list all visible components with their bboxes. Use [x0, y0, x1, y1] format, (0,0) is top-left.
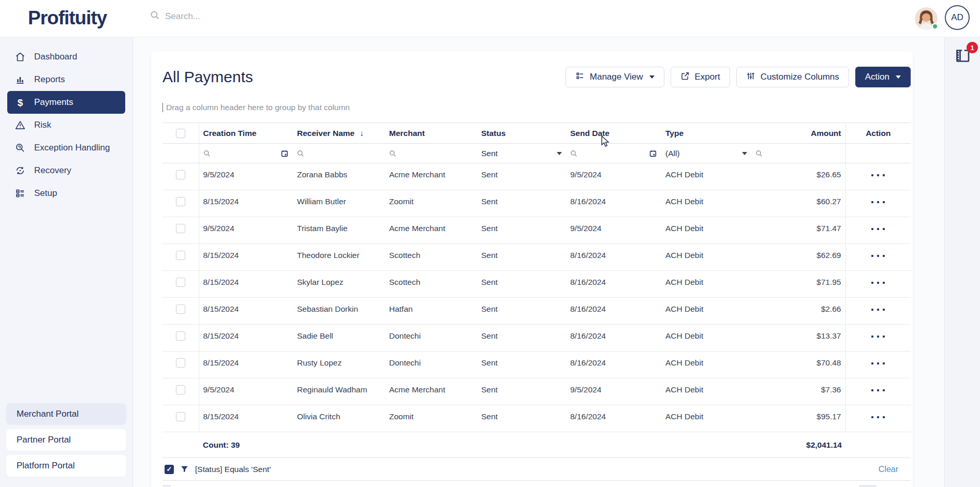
clear-filter-link[interactable]: Clear: [879, 465, 898, 474]
cell-amount: $71.95: [751, 271, 845, 298]
row-actions-menu-button[interactable]: [850, 385, 907, 391]
column-header-creation-time[interactable]: Creation Time: [199, 123, 293, 144]
cell-status: Sent: [477, 378, 566, 405]
filter-merchant[interactable]: [385, 144, 477, 163]
table-row[interactable]: 9/5/2024Reginauld WadhamAcme MerchantSen…: [162, 378, 911, 405]
row-checkbox[interactable]: [176, 358, 185, 368]
column-header-status[interactable]: Status: [477, 123, 566, 144]
row-checkbox[interactable]: [176, 305, 185, 314]
chevron-down-icon[interactable]: [557, 152, 562, 155]
filter-enabled-checkbox[interactable]: ✓: [165, 465, 174, 474]
table-row[interactable]: 8/15/2024Sebastian DorkinHatfanSent8/16/…: [162, 298, 911, 325]
row-select-cell: [162, 190, 199, 217]
row-checkbox[interactable]: [176, 170, 185, 179]
cell-amount: $95.17: [751, 405, 845, 432]
filter-creation-time[interactable]: [199, 144, 293, 163]
filter-receiver-name[interactable]: [293, 144, 385, 163]
table-row[interactable]: 8/15/2024Rusty LopezDontechiSent8/16/202…: [162, 352, 911, 378]
cell-type: ACH Debit: [661, 163, 751, 190]
column-header-amount[interactable]: Amount: [751, 123, 845, 144]
filter-type[interactable]: (All): [661, 144, 751, 163]
row-checkbox[interactable]: [176, 251, 185, 260]
summary-row: Count: 39 $2,041.14: [162, 432, 911, 458]
sidebar-item-label: Exception Handling: [34, 143, 110, 153]
table-row[interactable]: 9/5/2024Tristam BaylieAcme MerchantSent9…: [162, 217, 911, 244]
cell-senddate: 9/5/2024: [566, 217, 661, 244]
sidebar-item-recovery[interactable]: Recovery: [7, 159, 125, 182]
row-actions-menu-button[interactable]: [850, 412, 907, 418]
table-row[interactable]: 9/5/2024Zorana BabbsAcme MerchantSent9/5…: [162, 163, 911, 190]
filter-status[interactable]: Sent: [477, 144, 566, 163]
user-avatar[interactable]: [915, 7, 938, 30]
select-all-checkbox[interactable]: [176, 129, 185, 138]
recovery-arrows-icon: [14, 165, 26, 176]
filter-send-date[interactable]: [566, 144, 661, 163]
setup-list-icon: [14, 188, 26, 199]
sidebar-item-exception-handling[interactable]: Exception Handling: [7, 136, 125, 159]
row-checkbox[interactable]: [176, 331, 185, 341]
row-actions-menu-button[interactable]: [850, 278, 907, 284]
row-actions-menu-button[interactable]: [850, 251, 907, 257]
row-select-cell: [162, 244, 199, 271]
payments-card: All Payments Manage View: [151, 51, 913, 487]
sidebar-item-label: Payments: [34, 97, 73, 108]
chevron-down-icon[interactable]: [742, 152, 747, 155]
portal-button-partner[interactable]: Partner Portal: [6, 429, 126, 451]
search-icon: [203, 150, 211, 157]
column-header-merchant[interactable]: Merchant: [385, 123, 477, 144]
sidebar-item-setup[interactable]: Setup: [7, 182, 125, 205]
search-input[interactable]: [165, 11, 351, 22]
sidebar-item-risk[interactable]: Risk: [7, 114, 125, 136]
column-header-type[interactable]: Type: [661, 123, 751, 144]
table-row[interactable]: 8/15/2024Olivia CritchZoomitSent8/16/202…: [162, 405, 911, 432]
row-checkbox[interactable]: [176, 385, 185, 394]
row-checkbox[interactable]: [176, 278, 185, 287]
cell-status: Sent: [477, 271, 566, 298]
cell-merchant: Hatfan: [385, 298, 477, 325]
cell-receiver: Sadie Bell: [293, 325, 385, 352]
manage-view-button[interactable]: Manage View: [566, 67, 664, 87]
account-badge[interactable]: AD: [945, 5, 970, 30]
global-search: [150, 10, 367, 22]
filter-amount[interactable]: [751, 144, 845, 163]
table-row[interactable]: 8/15/2024Skylar LopezScottechSent8/16/20…: [162, 271, 911, 298]
row-actions-menu-button[interactable]: [850, 358, 907, 364]
row-checkbox[interactable]: [176, 224, 185, 233]
row-actions-menu-button[interactable]: [850, 197, 907, 203]
cell-merchant: Zoomit: [385, 405, 477, 432]
manage-view-label: Manage View: [590, 72, 643, 82]
cell-status: Sent: [477, 352, 566, 378]
column-header-receiver-name[interactable]: Receiver Name ↓: [293, 123, 385, 144]
calendar-icon[interactable]: [649, 149, 657, 158]
row-checkbox[interactable]: [176, 412, 185, 421]
sidebar-item-payments[interactable]: $ Payments: [7, 91, 125, 114]
table-row[interactable]: 8/15/2024Sadie BellDontechiSent8/16/2024…: [162, 325, 911, 352]
action-button[interactable]: Action: [855, 67, 911, 87]
row-checkbox[interactable]: [176, 197, 185, 206]
calendar-icon[interactable]: [280, 149, 289, 158]
row-actions-menu-button[interactable]: [850, 305, 907, 311]
table-row[interactable]: 8/15/2024Theodore LockierScottechSent8/1…: [162, 244, 911, 271]
sidebar-item-dashboard[interactable]: Dashboard: [7, 45, 125, 68]
cell-amount: $62.69: [751, 244, 845, 271]
panel-toggle-button[interactable]: 1: [953, 47, 972, 67]
table-row[interactable]: 8/15/2024William ButlerZoomitSent8/16/20…: [162, 190, 911, 217]
cell-type: ACH Debit: [661, 352, 751, 378]
sidebar-item-label: Reports: [34, 74, 65, 85]
cell-senddate: 8/16/2024: [566, 405, 661, 432]
cell-senddate: 8/16/2024: [566, 352, 661, 378]
home-icon: [14, 51, 26, 63]
column-header-send-date[interactable]: Send Date: [566, 123, 661, 144]
cell-status: Sent: [477, 190, 566, 217]
sidebar-item-reports[interactable]: Reports: [7, 68, 125, 91]
cell-receiver: Theodore Lockier: [293, 244, 385, 271]
export-button[interactable]: Export: [671, 67, 730, 87]
row-actions-menu-button[interactable]: [850, 170, 907, 176]
row-actions-menu-button[interactable]: [850, 224, 907, 230]
row-actions-menu-button[interactable]: [850, 331, 907, 338]
payments-table: Creation Time Receiver Name ↓ Merchant S…: [162, 123, 911, 432]
portal-button-merchant[interactable]: Merchant Portal: [6, 403, 126, 425]
portal-button-platform[interactable]: Platform Portal: [6, 455, 126, 477]
customize-columns-button[interactable]: Customize Columns: [736, 67, 849, 87]
cell-amount: $13.37: [751, 325, 845, 352]
